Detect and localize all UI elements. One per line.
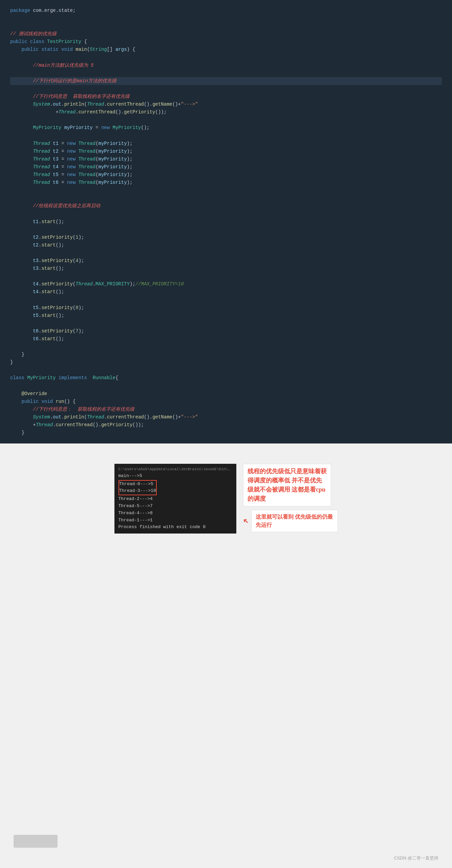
code-line: +Thread.currentThread().getPriority());	[10, 421, 442, 429]
code-line	[10, 85, 442, 93]
console-exit-line: Process finished with exit code 0	[119, 524, 232, 531]
code-line: t1.start();	[10, 218, 442, 226]
code-line: public class TestPriority {	[10, 38, 442, 46]
code-line: +Thread.currentThread().getPriority());	[10, 108, 442, 116]
code-line: class MyPriority implements Runnable{	[10, 374, 442, 382]
red-arrow-icon: ➜	[240, 515, 252, 527]
code-line: }	[10, 351, 442, 359]
code-line	[10, 320, 442, 327]
code-line: package com.erge.state;	[10, 7, 442, 15]
code-line: Thread t5 = new Thread(myPriority);	[10, 171, 442, 179]
code-line	[10, 187, 442, 194]
console-thread1-line: Thread-1--->1	[119, 517, 232, 524]
code-line: Thread t4 = new Thread(myPriority);	[10, 163, 442, 171]
code-line	[10, 210, 442, 218]
console-thread5-line: Thread-5--->7	[119, 503, 232, 510]
code-comment: //给线程设置优先级之后再启动	[10, 202, 442, 210]
code-line	[10, 343, 442, 351]
code-comment: //下行代码意思： 获取线程的名字还有优先级	[10, 406, 442, 413]
code-line	[10, 366, 442, 374]
console-thread2-line: Thread-2--->4	[119, 496, 232, 503]
code-line	[10, 54, 442, 62]
code-line: Thread t3 = new Thread(myPriority);	[10, 155, 442, 163]
code-line: t4.start();	[10, 288, 442, 296]
avatar-placeholder	[14, 835, 58, 848]
console-thread4-line: Thread-4--->8	[119, 510, 232, 517]
page-wrapper: package com.erge.state; // 测试线程的优先级 publ…	[0, 0, 452, 868]
footer-spacer: CSDN @二哥一直坚持	[0, 547, 452, 868]
code-line	[10, 194, 442, 202]
code-line	[10, 296, 442, 304]
code-line: }	[10, 429, 442, 437]
annotation-box-2: 这里就可以看到 优先级低的仍最先运行	[251, 510, 338, 532]
code-line: Thread t6 = new Thread(myPriority);	[10, 179, 442, 187]
code-line: System.out.println(Thread.currentThread(…	[10, 413, 442, 421]
code-line: t6.setPriority(7);	[10, 327, 442, 335]
code-line	[10, 132, 442, 140]
code-line	[10, 22, 442, 30]
code-line	[10, 116, 442, 124]
code-line: Thread t2 = new Thread(myPriority);	[10, 148, 442, 155]
code-comment: //下行代码意思 获取线程的名字还有优先级	[10, 93, 442, 101]
code-line	[10, 15, 442, 22]
console-title-line: C:\Users\ASUS\AppData\Local\JetBrains\Ja…	[119, 466, 232, 473]
code-line: t2.start();	[10, 241, 442, 249]
code-comment: //main方法默认优先级为 5	[10, 62, 442, 69]
console-output: C:\Users\ASUS\AppData\Local\JetBrains\Ja…	[114, 464, 236, 534]
code-line	[10, 249, 442, 257]
console-wrapper: C:\Users\ASUS\AppData\Local\JetBrains\Ja…	[114, 464, 338, 534]
code-line: t3.start();	[10, 265, 442, 273]
code-line: }	[10, 359, 442, 366]
code-line: System.out.println(Thread.currentThread(…	[10, 101, 442, 108]
code-line: t6.start();	[10, 335, 442, 343]
console-main-line: main--->5	[119, 473, 232, 480]
watermark: CSDN @二哥一直坚持	[394, 855, 438, 861]
code-line	[10, 226, 442, 234]
code-line: @Override	[10, 390, 442, 398]
console-thread3-line: Thread-3--->10	[119, 487, 156, 495]
code-line: t4.setPriority(Thread.MAX_PRIORITY);//MA…	[10, 280, 442, 288]
annotation-box-1: 线程的优先级低只是意味着获得调度的概率低 并不是优先级就不会被调用 这都是看cp…	[243, 464, 331, 506]
code-editor: package com.erge.state; // 测试线程的优先级 publ…	[0, 0, 452, 443]
console-highlighted-block: Thread-0--->5 Thread-3--->10	[119, 480, 157, 496]
code-line: public void run() {	[10, 398, 442, 406]
code-line: public static void main(String[] args) {	[10, 46, 442, 53]
code-comment-highlighted: //下行代码运行的是main方法的优先级	[10, 77, 442, 85]
code-line: t2.setPriority(1);	[10, 234, 442, 241]
code-line: MyPriority myPriority = new MyPriority()…	[10, 124, 442, 132]
code-line	[10, 69, 442, 77]
code-line: t5.setPriority(8);	[10, 304, 442, 312]
code-comment: // 测试线程的优先级	[10, 30, 442, 38]
console-section: C:\Users\ASUS\AppData\Local\JetBrains\Ja…	[0, 443, 452, 547]
code-line	[10, 382, 442, 390]
arrow-annotation: ➜ 这里就可以看到 优先级低的仍最先运行	[243, 510, 338, 532]
code-line: t5.start();	[10, 312, 442, 320]
code-line: t3.setPriority(4);	[10, 257, 442, 265]
code-line: Thread t1 = new Thread(myPriority);	[10, 140, 442, 148]
code-line	[10, 273, 442, 280]
console-thread0-line: Thread-0--->5	[119, 481, 156, 488]
